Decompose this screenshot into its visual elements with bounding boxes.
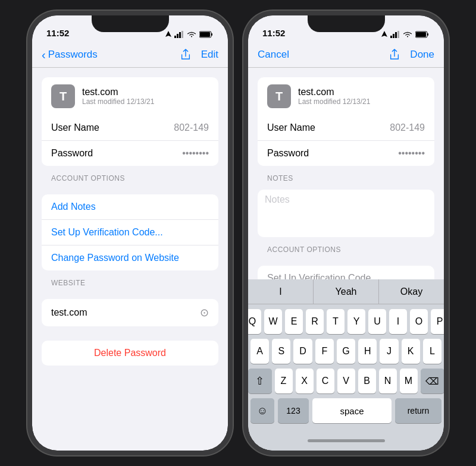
svg-rect-13 <box>416 32 426 37</box>
edit-button-1[interactable]: Edit <box>201 49 218 61</box>
suggestion-okay[interactable]: Okay <box>379 279 444 304</box>
key-u[interactable]: U <box>368 309 386 334</box>
cancel-button-2[interactable]: Cancel <box>258 49 289 61</box>
phone-2: 11:52 <box>243 11 449 455</box>
svg-rect-2 <box>179 32 181 38</box>
password-label-2: Password <box>267 148 309 159</box>
key-o[interactable]: O <box>410 309 428 334</box>
verification-option-1[interactable]: Set Up Verification Code... <box>42 220 218 245</box>
status-time-2: 11:52 <box>262 28 285 38</box>
username-label-2: User Name <box>267 122 315 133</box>
notes-area-2[interactable]: Notes <box>258 190 434 237</box>
svg-rect-6 <box>200 32 210 37</box>
status-time-1: 11:52 <box>46 28 69 38</box>
suggestion-yeah[interactable]: Yeah <box>314 279 379 304</box>
key-k[interactable]: K <box>402 339 420 364</box>
back-label-1: Passwords <box>48 49 98 61</box>
wifi-icon-2 <box>403 31 412 38</box>
svg-rect-3 <box>181 31 183 38</box>
nav-bar-2: Cancel Done <box>248 42 444 68</box>
website-card-1: test.com ⊙ <box>42 299 218 326</box>
delete-button-1[interactable]: Delete Password <box>42 341 218 366</box>
key-z[interactable]: Z <box>275 369 293 393</box>
key-row-1: Q W E R T Y U I O P <box>250 309 441 334</box>
status-icons-1 <box>165 31 214 38</box>
password-row-1[interactable]: Password •••••••• <box>42 141 218 166</box>
password-row-2[interactable]: Password •••••••• <box>258 141 434 166</box>
home-indicator-2 <box>308 439 385 442</box>
svg-rect-5 <box>211 33 212 36</box>
phone-2-screen: 11:52 <box>248 15 444 451</box>
website-row-1[interactable]: test.com ⊙ <box>42 299 218 326</box>
key-w[interactable]: W <box>264 309 282 334</box>
svg-rect-7 <box>390 36 392 38</box>
key-m[interactable]: M <box>400 369 418 393</box>
website-value-1: test.com <box>51 307 87 318</box>
key-p[interactable]: P <box>431 309 444 334</box>
key-e[interactable]: E <box>285 309 303 334</box>
key-n[interactable]: N <box>379 369 397 393</box>
nav-actions-2: Done <box>389 49 434 61</box>
svg-rect-10 <box>397 31 399 38</box>
username-value-2: 802-149 <box>390 122 425 133</box>
username-row-1[interactable]: User Name 802-149 <box>42 115 218 141</box>
password-value-1: •••••••• <box>182 148 209 159</box>
add-notes-option-1[interactable]: Add Notes <box>42 194 218 220</box>
signal-icon-2 <box>390 31 400 38</box>
status-icons-2 <box>381 31 430 38</box>
key-d[interactable]: D <box>293 339 312 364</box>
notes-placeholder-2: Notes <box>265 194 290 204</box>
key-y[interactable]: Y <box>347 309 365 334</box>
website-label-1: WEBSITE <box>32 274 228 289</box>
battery-icon-2 <box>415 31 430 38</box>
phone-1-screen: 11:52 <box>32 15 228 451</box>
username-row-2[interactable]: User Name 802-149 <box>258 115 434 141</box>
key-shift[interactable]: ⇧ <box>248 369 272 393</box>
notch-2 <box>308 15 385 32</box>
site-subtitle-2: Last modified 12/13/21 <box>298 97 370 106</box>
key-123[interactable]: 123 <box>278 398 309 423</box>
key-space[interactable]: space <box>312 398 392 423</box>
notch-1 <box>92 15 169 32</box>
key-t[interactable]: T <box>327 309 345 334</box>
key-v[interactable]: V <box>337 369 355 393</box>
done-button-2[interactable]: Done <box>410 49 434 61</box>
account-options-label-2: ACCOUNT OPTIONS <box>248 241 444 256</box>
key-g[interactable]: G <box>337 339 355 364</box>
keyboard-suggestions-2: I Yeah Okay <box>248 279 444 304</box>
share-icon-2[interactable] <box>389 49 400 61</box>
screen-content-1: T test.com Last modified 12/13/21 User N… <box>32 68 228 451</box>
app-info-2: test.com Last modified 12/13/21 <box>298 87 370 106</box>
back-chevron-1: ‹ <box>42 49 46 61</box>
key-c[interactable]: C <box>317 369 334 393</box>
key-f[interactable]: F <box>315 339 334 364</box>
signal-icon-1 <box>174 31 184 38</box>
key-i[interactable]: I <box>389 309 407 334</box>
key-j[interactable]: J <box>380 339 398 364</box>
key-h[interactable]: H <box>358 339 377 364</box>
key-q[interactable]: Q <box>248 309 261 334</box>
share-icon-1[interactable] <box>180 49 192 61</box>
username-value-1: 802-149 <box>174 122 209 133</box>
site-title-2: test.com <box>298 87 370 97</box>
key-l[interactable]: L <box>423 339 441 364</box>
key-backspace[interactable]: ⌫ <box>421 369 444 393</box>
app-header-2: T test.com Last modified 12/13/21 <box>258 77 434 115</box>
key-r[interactable]: R <box>306 309 324 334</box>
nav-actions-1: Edit <box>180 49 218 61</box>
key-emoji[interactable]: ☺ <box>250 398 274 423</box>
key-s[interactable]: S <box>272 339 290 364</box>
password-value-2: •••••••• <box>398 148 425 159</box>
keyboard-2: I Yeah Okay Q W E R T Y U I O <box>248 279 444 451</box>
key-b[interactable]: B <box>358 369 376 393</box>
key-return[interactable]: return <box>395 398 441 423</box>
suggestion-i[interactable]: I <box>248 279 314 304</box>
key-a[interactable]: A <box>250 339 269 364</box>
back-button-1[interactable]: ‹ Passwords <box>42 49 98 61</box>
change-password-option-1[interactable]: Change Password on Website <box>42 245 218 270</box>
site-subtitle-1: Last modified 12/13/21 <box>82 97 154 106</box>
key-x[interactable]: X <box>296 369 314 393</box>
svg-rect-8 <box>393 34 394 38</box>
site-title-1: test.com <box>82 87 154 97</box>
svg-rect-0 <box>174 36 176 38</box>
